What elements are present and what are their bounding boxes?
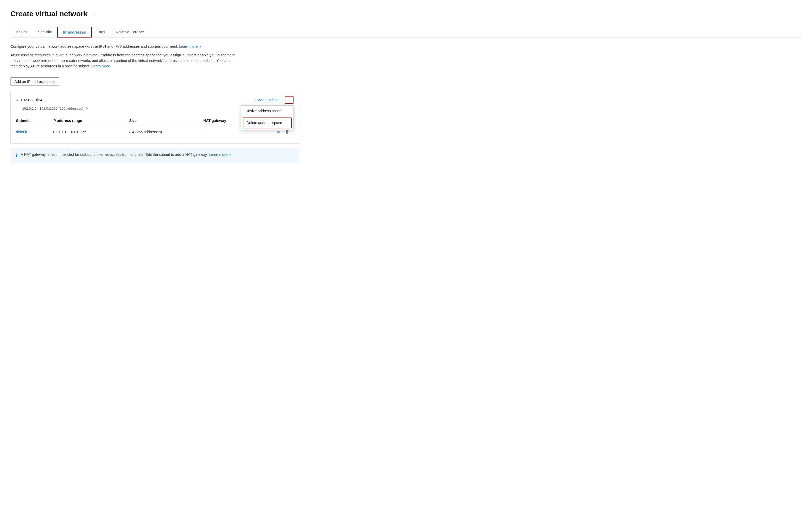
info-learn-more-link[interactable]: Learn more <box>209 152 231 156</box>
tab-basics[interactable]: Basics <box>10 27 32 37</box>
learn-more-link-1[interactable]: Learn more <box>179 44 201 49</box>
card-header-left: ∧ 192.0.2.0/24 <box>16 97 42 103</box>
size-cell: /24 (256 addresses) <box>129 126 204 138</box>
plus-icon: + <box>254 97 256 102</box>
description-1: Configure your virtual network address s… <box>10 44 236 49</box>
tab-review-create[interactable]: Review + create <box>110 27 149 37</box>
col-ip-range: IP address range <box>53 116 129 126</box>
resize-address-space-item[interactable]: Resize address space <box>241 106 293 116</box>
col-subnets: Subnets <box>16 116 53 126</box>
page-ellipsis-button[interactable]: ··· <box>91 10 99 18</box>
description-2: Azure assigns resources in a virtual net… <box>10 53 236 69</box>
address-space-menu-button[interactable]: ··· <box>285 96 293 104</box>
address-space-dropdown-menu: Resize address space Delete address spac… <box>241 106 293 130</box>
address-space-card: ∧ 192.0.2.0/24 + Add a subnet ··· Resize… <box>10 91 299 143</box>
ip-range-cell: 10.0.0.0 - 10.0.0.255 <box>53 126 129 138</box>
card-header: ∧ 192.0.2.0/24 + Add a subnet ··· Resize… <box>16 96 293 104</box>
page-header: Create virtual network ··· <box>10 8 802 20</box>
tab-tags[interactable]: Tags <box>92 27 111 37</box>
card-header-right: + Add a subnet ··· Resize address space … <box>252 96 293 104</box>
info-banner: ℹ A NAT gateway is recommended for outbo… <box>10 148 299 164</box>
col-size: Size <box>129 116 204 126</box>
add-subnet-label: Add a subnet <box>258 98 280 102</box>
edit-inline-icon[interactable]: ✎ <box>86 107 88 110</box>
address-space-title: 192.0.2.0/24 <box>21 97 42 103</box>
learn-more-link-2[interactable]: Learn more <box>91 64 110 68</box>
add-ip-address-space-button[interactable]: Add an IP address space <box>10 77 59 86</box>
tab-security[interactable]: Security <box>32 27 57 37</box>
add-subnet-button[interactable]: + Add a subnet <box>252 96 282 103</box>
delete-address-space-item[interactable]: Delete address space <box>243 117 292 128</box>
subnet-link[interactable]: default <box>16 130 27 134</box>
page-title: Create virtual network <box>10 8 88 20</box>
tab-ip-addresses[interactable]: IP addresses <box>57 27 91 37</box>
chevron-up-icon: ∧ <box>16 97 18 102</box>
info-banner-text: A NAT gateway is recommended for outboun… <box>21 152 231 157</box>
info-icon: ℹ <box>16 152 18 159</box>
tab-bar: Basics Security IP addresses Tags Review… <box>10 27 802 37</box>
subnet-name-cell: default <box>16 126 53 138</box>
